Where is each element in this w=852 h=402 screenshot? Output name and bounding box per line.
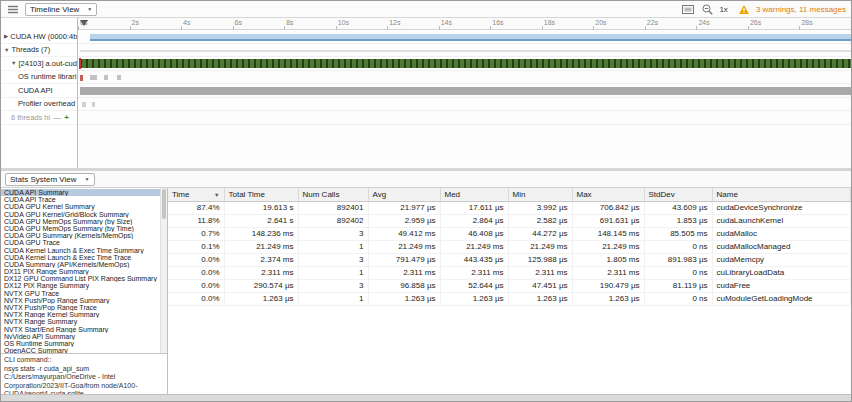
stats-view-dropdown[interactable]: Stats System View ▼ [5, 173, 95, 186]
report-item-cuda-gpu-memops-summary-by-time[interactable]: CUDA GPU MemOps Summary (by Time) [1, 225, 167, 232]
ruler-tick-label: 28s [801, 19, 812, 26]
report-item-nvtx-range-kernel-summary[interactable]: NVTX Range Kernel Summary [1, 311, 167, 318]
timeline-lane-24103-a-out-cuda[interactable] [78, 57, 851, 71]
view-menu-icon[interactable] [6, 3, 20, 16]
report-item-cuda-kernel-launch-exec-time-summary[interactable]: CUDA Kernel Launch & Exec Time Summary [1, 247, 167, 254]
report-item-nvtx-gpu-trace[interactable]: NVTX GPU Trace [1, 290, 167, 297]
timeline-toolbar: Timeline View ▼ 1x 3 warnings, 11 messag… [1, 1, 851, 18]
stats-row-culibraryloaddata[interactable]: 0.0%2.311 ms12.311 ms2.311 ms2.311 ms2.3… [168, 266, 851, 279]
cli-command-box: CLI command:: nsys stats -r cuda_api_sum… [1, 353, 167, 394]
stats-row-cudamalloc[interactable]: 0.7%148.236 ms349.412 ms46.408 µs44.272 … [168, 227, 851, 240]
cell-value: 1.263 µs [368, 292, 440, 305]
collapse-arrow-icon[interactable]: ▼ [11, 60, 16, 66]
cell-value: 21.249 ms [572, 240, 644, 253]
timeline-tree-item-6-threads-hi[interactable]: 6 threads hi—+ [1, 111, 77, 125]
timeline-lane-6-threads-hi[interactable] [78, 111, 851, 125]
timeline-view-dropdown[interactable]: Timeline View ▼ [25, 3, 97, 16]
stats-row-cudamemcpy[interactable]: 0.0%2.374 ms3791.479 µs443.435 µs125.988… [168, 253, 851, 266]
tree-item-label: OS runtime librari [18, 72, 76, 81]
timeline-tree-item-profiler-overhead[interactable]: Profiler overhead [1, 98, 77, 112]
expand-threads-button[interactable]: + [64, 113, 69, 122]
report-item-nvtx-push-pop-range-summary[interactable]: NVTX Push/Pop Range Summary [1, 297, 167, 304]
expand-arrow-icon[interactable]: ▶ [4, 33, 8, 39]
timeline-bar[interactable] [90, 39, 851, 41]
column-header-num-calls[interactable]: Num Calls [298, 188, 368, 201]
report-item-cuda-gpu-summary-kernels-memops[interactable]: CUDA GPU Summary (Kernels/MemOps) [1, 232, 167, 239]
timeline-bar[interactable] [80, 50, 851, 52]
timeline-lane-os-runtime-librari[interactable] [78, 71, 851, 85]
timeline-lane-cuda-api[interactable] [78, 84, 851, 98]
report-item-cuda-api-trace[interactable]: CUDA API Trace [1, 196, 167, 203]
column-header-name[interactable]: Name [712, 188, 851, 201]
report-item-dx12-gpu-command-list-pix-ranges-summary[interactable]: DX12 GPU Command List PIX Ranges Summary [1, 275, 167, 282]
column-header-med[interactable]: Med [440, 188, 508, 201]
timeline-bar[interactable] [92, 102, 95, 107]
stats-row-cudalaunchkernel[interactable]: 11.8%2.641 s8924022.959 µs2.864 µs2.582 … [168, 214, 851, 227]
timeline-bar[interactable] [82, 102, 86, 107]
cell-value: 148.236 ms [224, 227, 298, 240]
report-item-nvvideo-api-summary[interactable]: NvVideo API Summary [1, 333, 167, 340]
timeline-bar[interactable] [79, 58, 82, 69]
report-item-nvtx-range-summary[interactable]: NVTX Range Summary [1, 318, 167, 325]
timeline-lane-profiler-overhead[interactable] [78, 98, 851, 112]
column-header-total-time[interactable]: Total Time [224, 188, 298, 201]
reports-scrollbar[interactable] [160, 188, 167, 353]
stats-row-cudafree[interactable]: 0.0%290.574 µs396.858 µs52.644 µs47.451 … [168, 279, 851, 292]
stats-row-cudamallocmanaged[interactable]: 0.1%21.249 ms121.249 ms21.249 ms21.249 m… [168, 240, 851, 253]
report-item-cuda-api-summary[interactable]: CUDA API Summary [1, 189, 167, 196]
report-item-cuda-gpu-memops-summary-by-size[interactable]: CUDA GPU MemOps Summary (by Size) [1, 218, 167, 225]
timeline-tree-item-os-runtime-librari[interactable]: OS runtime librari [1, 71, 77, 85]
column-header-avg[interactable]: Avg [368, 188, 440, 201]
column-header-min[interactable]: Min [508, 188, 572, 201]
report-item-nvtx-push-pop-range-trace[interactable]: NVTX Push/Pop Range Trace [1, 304, 167, 311]
report-item-cuda-kernel-launch-exec-time-trace[interactable]: CUDA Kernel Launch & Exec Time Trace [1, 254, 167, 261]
ruler-tick-label: 6s [235, 19, 242, 26]
cell-value: 1 [298, 266, 368, 279]
report-item-os-runtime-summary[interactable]: OS Runtime Summary [1, 340, 167, 347]
tree-item-label: Profiler overhead [18, 99, 75, 108]
report-item-cuda-summary-api-kernels-memops[interactable]: CUDA Summary (API/Kernels/MemOps) [1, 261, 167, 268]
reports-list: CUDA API SummaryCUDA API TraceCUDA GPU K… [1, 188, 167, 353]
screenshot-icon[interactable] [681, 3, 695, 16]
chevron-down-icon: ▼ [87, 6, 92, 12]
cli-label: CLI command:: [4, 356, 164, 365]
timeline-tree-item-cuda-hw-0000-4b[interactable]: ▶CUDA HW (0000:4b: [1, 30, 77, 44]
report-item-cuda-gpu-kernel-grid-block-summary[interactable]: CUDA GPU Kernel/Grid/Block Summary [1, 211, 167, 218]
collapse-threads-button[interactable]: — [53, 113, 61, 122]
timeline-tree-item-cuda-api[interactable]: CUDA API [1, 84, 77, 98]
warnings-link[interactable]: 3 warnings, 11 messages [756, 5, 846, 14]
stats-row-cudadevicesynchronize[interactable]: 87.4%19.613 s89240121.977 µs17.611 µs3.9… [168, 201, 851, 214]
collapse-arrow-icon[interactable]: ▼ [4, 47, 9, 53]
stats-row-cumodulegetloadingmode[interactable]: 0.0%1.263 µs11.263 µs1.263 µs1.263 µs1.2… [168, 292, 851, 305]
column-header-stddev[interactable]: StdDev [644, 188, 712, 201]
timeline-bar[interactable] [117, 75, 121, 80]
timeline-lane-cuda-hw-0000-4b[interactable] [78, 30, 851, 44]
report-item-dx11-pix-range-summary[interactable]: DX11 PIX Range Summary [1, 268, 167, 275]
cell-value: 87.4% [168, 201, 224, 214]
report-item-nvtx-start-end-range-summary[interactable]: NVTX Start/End Range Summary [1, 326, 167, 333]
timeline-bar[interactable] [80, 87, 851, 95]
scrollbar-thumb[interactable] [162, 189, 166, 219]
report-item-cuda-gpu-trace[interactable]: CUDA GPU Trace [1, 239, 167, 246]
cell-value: 0 ns [644, 292, 712, 305]
cell-value: 791.479 µs [368, 253, 440, 266]
timeline-bar[interactable] [90, 75, 97, 80]
report-item-cuda-gpu-kernel-summary[interactable]: CUDA GPU Kernel Summary [1, 203, 167, 210]
sort-desc-icon: ▼ [214, 192, 219, 198]
timeline-canvas[interactable]: 0s2s4s6s8s10s12s14s16s18s20s22s24s26s28s… [78, 18, 851, 168]
column-header-max[interactable]: Max [572, 188, 644, 201]
timeline-lane-threads-7[interactable] [78, 44, 851, 58]
timeline-ruler[interactable]: 0s2s4s6s8s10s12s14s16s18s20s22s24s26s28s… [78, 18, 851, 30]
timeline-bar[interactable] [80, 75, 83, 81]
timeline-tree-item-24103-a-out-cuda[interactable]: ▼[24103] a.out-cuda [1, 57, 77, 71]
zoom-out-icon[interactable] [700, 3, 714, 16]
cell-value: 1.263 µs [440, 292, 508, 305]
ruler-tick-label: 8s [286, 19, 293, 26]
timeline-bar[interactable] [80, 59, 851, 68]
timeline-view-label: Timeline View [30, 5, 79, 14]
timeline-tree-item-threads-7[interactable]: ▼Threads (7) [1, 44, 77, 58]
column-header-time[interactable]: Time▼ [168, 188, 224, 201]
report-item-dx12-pix-range-summary[interactable]: DX12 PIX Range Summary [1, 282, 167, 289]
timeline-bar[interactable] [104, 75, 109, 80]
ruler-tick-label: 22s [647, 19, 658, 26]
